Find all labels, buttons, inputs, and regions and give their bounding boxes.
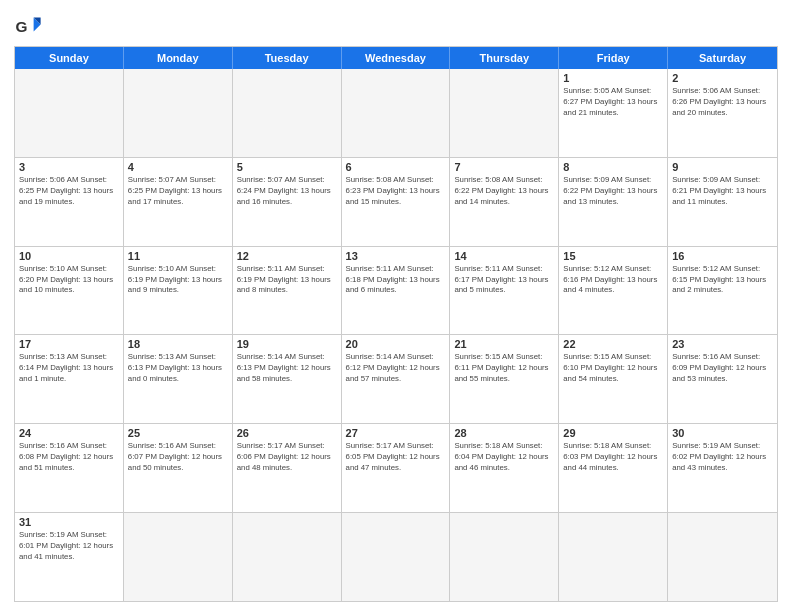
day-info: Sunrise: 5:17 AM Sunset: 6:06 PM Dayligh… [237,441,337,474]
day-info: Sunrise: 5:19 AM Sunset: 6:01 PM Dayligh… [19,530,119,563]
day-number: 31 [19,516,119,528]
calendar-body: 1Sunrise: 5:05 AM Sunset: 6:27 PM Daylig… [15,69,777,601]
day-number: 1 [563,72,663,84]
calendar-row: 1Sunrise: 5:05 AM Sunset: 6:27 PM Daylig… [15,69,777,158]
day-number: 6 [346,161,446,173]
calendar-cell: 26Sunrise: 5:17 AM Sunset: 6:06 PM Dayli… [233,424,342,512]
calendar-cell: 19Sunrise: 5:14 AM Sunset: 6:13 PM Dayli… [233,335,342,423]
calendar-header: SundayMondayTuesdayWednesdayThursdayFrid… [15,47,777,69]
calendar-cell: 8Sunrise: 5:09 AM Sunset: 6:22 PM Daylig… [559,158,668,246]
calendar-header-cell: Friday [559,47,668,69]
calendar-cell: 27Sunrise: 5:17 AM Sunset: 6:05 PM Dayli… [342,424,451,512]
day-number: 12 [237,250,337,262]
calendar-row: 24Sunrise: 5:16 AM Sunset: 6:08 PM Dayli… [15,424,777,513]
calendar-cell: 22Sunrise: 5:15 AM Sunset: 6:10 PM Dayli… [559,335,668,423]
day-number: 2 [672,72,773,84]
calendar-header-cell: Wednesday [342,47,451,69]
calendar-cell: 1Sunrise: 5:05 AM Sunset: 6:27 PM Daylig… [559,69,668,157]
day-number: 18 [128,338,228,350]
day-info: Sunrise: 5:10 AM Sunset: 6:20 PM Dayligh… [19,264,119,297]
calendar-header-cell: Monday [124,47,233,69]
day-info: Sunrise: 5:19 AM Sunset: 6:02 PM Dayligh… [672,441,773,474]
day-number: 8 [563,161,663,173]
day-info: Sunrise: 5:14 AM Sunset: 6:12 PM Dayligh… [346,352,446,385]
day-info: Sunrise: 5:10 AM Sunset: 6:19 PM Dayligh… [128,264,228,297]
calendar-cell [342,69,451,157]
day-number: 14 [454,250,554,262]
calendar-cell: 29Sunrise: 5:18 AM Sunset: 6:03 PM Dayli… [559,424,668,512]
calendar-row: 17Sunrise: 5:13 AM Sunset: 6:14 PM Dayli… [15,335,777,424]
calendar-row: 3Sunrise: 5:06 AM Sunset: 6:25 PM Daylig… [15,158,777,247]
day-info: Sunrise: 5:12 AM Sunset: 6:15 PM Dayligh… [672,264,773,297]
calendar-cell [668,513,777,601]
calendar-cell [233,513,342,601]
day-info: Sunrise: 5:11 AM Sunset: 6:17 PM Dayligh… [454,264,554,297]
day-info: Sunrise: 5:11 AM Sunset: 6:19 PM Dayligh… [237,264,337,297]
day-number: 13 [346,250,446,262]
calendar-cell: 4Sunrise: 5:07 AM Sunset: 6:25 PM Daylig… [124,158,233,246]
logo: G [14,12,46,40]
calendar-row: 31Sunrise: 5:19 AM Sunset: 6:01 PM Dayli… [15,513,777,601]
calendar-cell: 24Sunrise: 5:16 AM Sunset: 6:08 PM Dayli… [15,424,124,512]
day-info: Sunrise: 5:14 AM Sunset: 6:13 PM Dayligh… [237,352,337,385]
calendar-cell: 17Sunrise: 5:13 AM Sunset: 6:14 PM Dayli… [15,335,124,423]
calendar-cell: 3Sunrise: 5:06 AM Sunset: 6:25 PM Daylig… [15,158,124,246]
day-number: 3 [19,161,119,173]
calendar-cell: 10Sunrise: 5:10 AM Sunset: 6:20 PM Dayli… [15,247,124,335]
calendar-header-cell: Saturday [668,47,777,69]
calendar-cell [559,513,668,601]
day-number: 16 [672,250,773,262]
day-info: Sunrise: 5:09 AM Sunset: 6:22 PM Dayligh… [563,175,663,208]
calendar-cell [450,513,559,601]
calendar: SundayMondayTuesdayWednesdayThursdayFrid… [14,46,778,602]
day-info: Sunrise: 5:09 AM Sunset: 6:21 PM Dayligh… [672,175,773,208]
day-number: 7 [454,161,554,173]
day-info: Sunrise: 5:13 AM Sunset: 6:14 PM Dayligh… [19,352,119,385]
day-info: Sunrise: 5:16 AM Sunset: 6:09 PM Dayligh… [672,352,773,385]
calendar-cell [124,69,233,157]
calendar-cell: 12Sunrise: 5:11 AM Sunset: 6:19 PM Dayli… [233,247,342,335]
calendar-cell: 28Sunrise: 5:18 AM Sunset: 6:04 PM Dayli… [450,424,559,512]
day-number: 10 [19,250,119,262]
calendar-cell: 16Sunrise: 5:12 AM Sunset: 6:15 PM Dayli… [668,247,777,335]
calendar-cell: 11Sunrise: 5:10 AM Sunset: 6:19 PM Dayli… [124,247,233,335]
day-number: 19 [237,338,337,350]
calendar-cell [233,69,342,157]
calendar-header-cell: Tuesday [233,47,342,69]
day-info: Sunrise: 5:18 AM Sunset: 6:03 PM Dayligh… [563,441,663,474]
svg-text:G: G [15,18,27,35]
day-number: 5 [237,161,337,173]
calendar-header-cell: Thursday [450,47,559,69]
calendar-cell [15,69,124,157]
day-info: Sunrise: 5:07 AM Sunset: 6:25 PM Dayligh… [128,175,228,208]
calendar-cell: 23Sunrise: 5:16 AM Sunset: 6:09 PM Dayli… [668,335,777,423]
calendar-cell: 6Sunrise: 5:08 AM Sunset: 6:23 PM Daylig… [342,158,451,246]
day-number: 17 [19,338,119,350]
calendar-cell: 2Sunrise: 5:06 AM Sunset: 6:26 PM Daylig… [668,69,777,157]
calendar-cell: 25Sunrise: 5:16 AM Sunset: 6:07 PM Dayli… [124,424,233,512]
day-info: Sunrise: 5:11 AM Sunset: 6:18 PM Dayligh… [346,264,446,297]
calendar-cell: 30Sunrise: 5:19 AM Sunset: 6:02 PM Dayli… [668,424,777,512]
calendar-cell: 9Sunrise: 5:09 AM Sunset: 6:21 PM Daylig… [668,158,777,246]
day-info: Sunrise: 5:06 AM Sunset: 6:25 PM Dayligh… [19,175,119,208]
day-number: 11 [128,250,228,262]
day-number: 22 [563,338,663,350]
calendar-cell [124,513,233,601]
day-number: 29 [563,427,663,439]
day-number: 20 [346,338,446,350]
day-number: 26 [237,427,337,439]
day-info: Sunrise: 5:08 AM Sunset: 6:23 PM Dayligh… [346,175,446,208]
day-number: 30 [672,427,773,439]
day-number: 25 [128,427,228,439]
day-info: Sunrise: 5:06 AM Sunset: 6:26 PM Dayligh… [672,86,773,119]
day-info: Sunrise: 5:15 AM Sunset: 6:11 PM Dayligh… [454,352,554,385]
calendar-row: 10Sunrise: 5:10 AM Sunset: 6:20 PM Dayli… [15,247,777,336]
page: G SundayMondayTuesdayWednesdayThursdayFr… [0,0,792,612]
logo-icon: G [14,12,42,40]
day-number: 9 [672,161,773,173]
calendar-cell: 21Sunrise: 5:15 AM Sunset: 6:11 PM Dayli… [450,335,559,423]
calendar-cell: 5Sunrise: 5:07 AM Sunset: 6:24 PM Daylig… [233,158,342,246]
day-info: Sunrise: 5:18 AM Sunset: 6:04 PM Dayligh… [454,441,554,474]
calendar-cell: 18Sunrise: 5:13 AM Sunset: 6:13 PM Dayli… [124,335,233,423]
day-number: 15 [563,250,663,262]
